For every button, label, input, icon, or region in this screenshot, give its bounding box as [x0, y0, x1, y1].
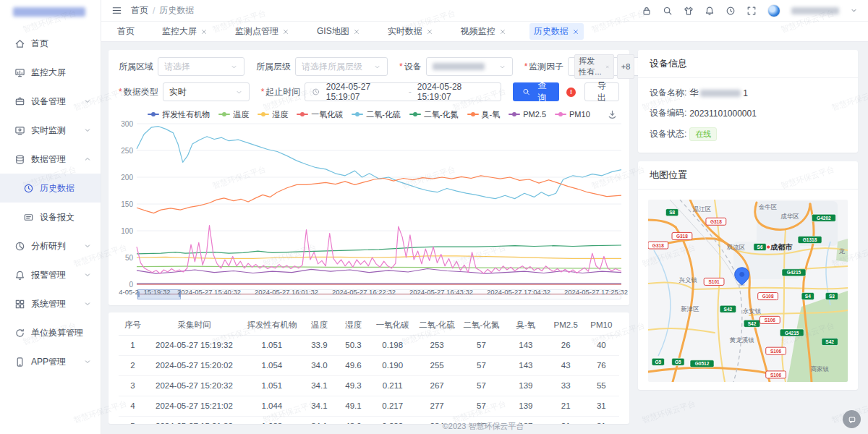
- theme-skin-icon[interactable]: [684, 6, 694, 16]
- table-header-row: 序号采集时间挥发性有机物温度湿度一氧化碳二氧-化硫二氧-化氮臭-氧PM2.5PM…: [119, 315, 619, 335]
- x-axis-label: 2024-05-27 17:25:32: [564, 288, 628, 296]
- close-icon[interactable]: [605, 64, 610, 70]
- export-button[interactable]: 导出: [584, 82, 619, 101]
- message-icon: [23, 212, 34, 223]
- road-shield-S6: S6: [754, 244, 766, 251]
- chat-fab-button[interactable]: [843, 410, 861, 428]
- sidebar-item-history-data[interactable]: 历史数据: [0, 174, 101, 203]
- tab-历史数据[interactable]: 历史数据: [529, 23, 584, 40]
- search-icon[interactable]: [663, 6, 673, 16]
- lock-icon[interactable]: [642, 6, 652, 16]
- close-tab-icon[interactable]: [282, 28, 289, 35]
- map-label-商家镇: 商家镇: [811, 365, 830, 373]
- road-shield-G318: G318: [672, 232, 692, 239]
- chevron-down-icon: [83, 299, 92, 308]
- factor-more-tag[interactable]: +8: [617, 54, 635, 79]
- sidebar-item-analysis[interactable]: 分析研判: [0, 231, 101, 260]
- table-row: 12024-05-27 15:19:321.05133.950.30.19825…: [119, 335, 619, 355]
- chevron-down-icon[interactable]: [850, 7, 858, 14]
- tab-视频监控[interactable]: 视频监控: [456, 23, 511, 40]
- time-range-input[interactable]: 2024-05-27 15:19:07 - 2024-05-28 15:19:0…: [305, 82, 501, 101]
- logo-redacted: [13, 7, 85, 17]
- sidebar-item-alarm-mgmt[interactable]: 报警管理: [0, 260, 101, 289]
- tab-监控大屏[interactable]: 监控大屏: [158, 23, 212, 40]
- legend-item-臭-氧[interactable]: 臭-氧: [467, 109, 501, 120]
- level-select[interactable]: 请选择所属层级: [295, 57, 388, 76]
- search-button[interactable]: 查询: [513, 82, 559, 101]
- user-avatar[interactable]: [767, 4, 780, 17]
- data-type-select[interactable]: 实时: [163, 82, 250, 101]
- legend-item-PM2.5[interactable]: PM2.5: [509, 110, 546, 119]
- close-tab-icon[interactable]: [499, 28, 506, 35]
- x-axis-label: 2024-05-27 16:22:32: [332, 288, 396, 296]
- legend-item-一氧化碳[interactable]: 一氧化碳: [297, 109, 343, 120]
- tab-监测点管理[interactable]: 监测点管理: [231, 23, 294, 40]
- screen-icon: [14, 67, 25, 78]
- road-shield-G4202: G4202: [812, 214, 835, 221]
- sidebar-item-realtime-monitor[interactable]: 实时监测: [0, 116, 101, 145]
- tab-首页[interactable]: 首页: [113, 23, 139, 40]
- road-shield-G1318: G1318: [798, 236, 822, 243]
- download-chart-icon[interactable]: [607, 109, 618, 120]
- device-code-value: 20231101000001: [689, 109, 757, 119]
- device-select[interactable]: [426, 57, 513, 76]
- refresh-icon: [14, 328, 25, 339]
- x-axis-label: 2024-05-27 16:01:32: [255, 288, 318, 296]
- legend-item-温度[interactable]: 温度: [218, 109, 249, 120]
- factor-tag[interactable]: 挥发性有...: [574, 54, 613, 79]
- legend-item-挥发性有机物[interactable]: 挥发性有机物: [148, 109, 210, 120]
- sidebar-item-device-message[interactable]: 设备报文: [0, 203, 101, 231]
- road-shield-S3: S3: [825, 293, 838, 300]
- close-tab-icon[interactable]: [572, 28, 579, 35]
- search-icon: [522, 88, 530, 96]
- content: 所属区域 请选择 所属层级 请选择所属层级: [101, 43, 868, 434]
- map-label-双流区: 双流区: [727, 244, 745, 251]
- sidebar-item-big-screen[interactable]: 监控大屏: [0, 58, 101, 87]
- svg-text:S106: S106: [765, 318, 776, 323]
- breadcrumb-home[interactable]: 首页: [131, 4, 148, 17]
- close-tab-icon[interactable]: [353, 28, 360, 35]
- svg-text:G0512: G0512: [695, 361, 710, 366]
- device-code-row: 设备编码: 20231101000001: [650, 107, 846, 119]
- map-label-黄龙溪镇: 黄龙溪镇: [729, 336, 755, 344]
- table-col-header: 采集时间: [147, 315, 242, 335]
- sidebar-item-device-mgmt[interactable]: 设备管理: [0, 87, 101, 116]
- fullscreen-icon[interactable]: [746, 6, 757, 16]
- grid-icon: [14, 299, 25, 310]
- sidebar-item-data-mgmt[interactable]: 数据管理: [0, 145, 101, 174]
- status-badge: 在线: [689, 127, 717, 141]
- clock-icon[interactable]: [726, 6, 736, 16]
- region-select[interactable]: 请选择: [158, 57, 244, 76]
- username-redacted: [791, 7, 839, 14]
- collapse-menu-icon[interactable]: [111, 5, 122, 16]
- legend-item-PM10[interactable]: PM10: [555, 110, 590, 119]
- map-label-成华区: 成华区: [780, 213, 799, 220]
- svg-text:G4215: G4215: [787, 270, 801, 275]
- chevron-down-icon: [373, 63, 381, 71]
- map-title: 地图位置: [638, 161, 858, 190]
- main-area: 首页 / 历史数据 首页监控大屏监测点管理GIS地图实时数据视频监控历史数据: [101, 0, 868, 434]
- notification-bell-icon[interactable]: [705, 6, 715, 16]
- tab-GIS地图[interactable]: GIS地图: [312, 23, 365, 40]
- sidebar-item-home[interactable]: 首页: [0, 29, 101, 58]
- legend-item-二氧-化硫[interactable]: 二氧-化硫: [352, 109, 401, 120]
- road-shield-S106: S106: [760, 316, 780, 323]
- x-axis-label: 2024-05-27 16:43:32: [409, 288, 473, 296]
- close-tab-icon[interactable]: [200, 28, 208, 35]
- road-shield-S101: S101: [704, 278, 724, 285]
- close-tab-icon[interactable]: [426, 28, 433, 35]
- table-col-header: 一氧化碳: [370, 315, 414, 335]
- sidebar-item-unit-convert[interactable]: 单位换算管理: [0, 318, 101, 347]
- legend-item-湿度[interactable]: 湿度: [258, 109, 288, 120]
- svg-text:0: 0: [129, 281, 133, 288]
- map-label-新津区: 新津区: [681, 305, 699, 312]
- sidebar-item-app-mgmt[interactable]: APP管理: [0, 347, 101, 376]
- legend-item-二氧-化氮[interactable]: 二氧-化氮: [409, 109, 459, 120]
- filter-factor: *监测因子 挥发性有... +8: [524, 57, 654, 76]
- chart-plot: 050100150200250300: [119, 121, 619, 289]
- sidebar-item-system-mgmt[interactable]: 系统管理: [0, 289, 101, 318]
- factor-tags: 挥发性有... +8: [574, 54, 634, 79]
- tab-实时数据[interactable]: 实时数据: [383, 23, 438, 40]
- topbar-actions: [642, 4, 858, 17]
- device-location-map[interactable]: S8G4202S6G1318G4215S4S3S42S42G4215S42G5G…: [648, 200, 848, 382]
